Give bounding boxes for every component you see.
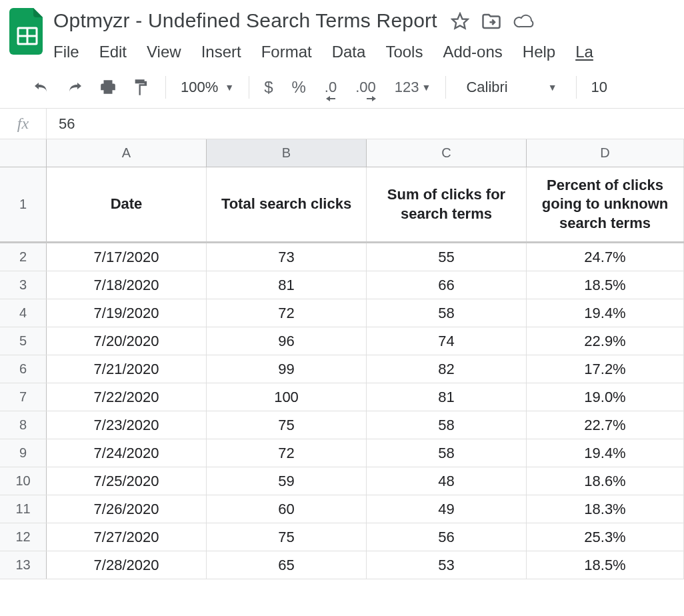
row-header[interactable]: 2	[0, 243, 47, 271]
menu-help[interactable]: Help	[523, 43, 555, 61]
format-percent-button[interactable]: %	[292, 78, 306, 97]
cell[interactable]: 60	[207, 495, 367, 523]
cell[interactable]: 7/21/2020	[47, 355, 207, 383]
cell[interactable]: 7/24/2020	[47, 439, 207, 467]
row-header[interactable]: 12	[0, 523, 47, 551]
increase-decimal-button[interactable]: .00	[355, 79, 376, 96]
cell[interactable]: 17.2%	[527, 355, 684, 383]
col-header-A[interactable]: A	[47, 139, 207, 167]
menu-addons[interactable]: Add-ons	[443, 43, 502, 61]
cell[interactable]: 75	[207, 523, 367, 551]
cell[interactable]: 7/22/2020	[47, 383, 207, 411]
document-title[interactable]: Optmyzr - Undefined Search Terms Report	[48, 5, 443, 33]
star-icon[interactable]	[451, 12, 469, 31]
cell[interactable]: 56	[367, 523, 527, 551]
row-header[interactable]: 9	[0, 439, 47, 467]
cell[interactable]: 75	[207, 411, 367, 439]
font-selector[interactable]: Calibri ▼	[453, 79, 569, 96]
undo-icon[interactable]	[32, 80, 51, 95]
menu-data[interactable]: Data	[332, 43, 366, 61]
cell[interactable]: 81	[367, 383, 527, 411]
row-header[interactable]: 7	[0, 383, 47, 411]
cell[interactable]: 53	[367, 551, 527, 579]
cell[interactable]: 7/23/2020	[47, 411, 207, 439]
cell[interactable]: 7/28/2020	[47, 551, 207, 579]
cell[interactable]: 72	[207, 439, 367, 467]
cell[interactable]: 65	[207, 551, 367, 579]
menu-insert[interactable]: Insert	[201, 43, 241, 61]
cell[interactable]: 19.4%	[527, 439, 684, 467]
cell[interactable]: 22.7%	[527, 411, 684, 439]
cell[interactable]: 22.9%	[527, 327, 684, 355]
row-header[interactable]: 10	[0, 467, 47, 495]
font-size-selector[interactable]: 10	[583, 79, 615, 96]
cell[interactable]: 48	[367, 467, 527, 495]
cloud-saved-icon[interactable]	[513, 13, 535, 29]
row-header[interactable]: 11	[0, 495, 47, 523]
row-header[interactable]: 6	[0, 355, 47, 383]
select-all-corner[interactable]	[0, 139, 47, 167]
cell[interactable]: 18.3%	[527, 495, 684, 523]
menu-file[interactable]: File	[53, 43, 79, 61]
move-folder-icon[interactable]	[481, 13, 501, 30]
menu-tools[interactable]: Tools	[385, 43, 423, 61]
cell[interactable]: 82	[367, 355, 527, 383]
formula-input[interactable]: 56	[47, 115, 75, 133]
col-header-D[interactable]: D	[527, 139, 684, 167]
more-formats-button[interactable]: 123 ▼	[395, 79, 431, 96]
cell[interactable]: 73	[207, 243, 367, 271]
redo-icon[interactable]	[65, 80, 84, 95]
print-icon[interactable]	[99, 79, 117, 96]
cell[interactable]: 58	[367, 299, 527, 327]
cell[interactable]: 7/26/2020	[47, 495, 207, 523]
cell[interactable]: 72	[207, 299, 367, 327]
table-row: 13 7/28/2020 65 53 18.5%	[0, 551, 684, 579]
cell[interactable]: 7/25/2020	[47, 467, 207, 495]
row-header[interactable]: 4	[0, 299, 47, 327]
cell[interactable]: 49	[367, 495, 527, 523]
paint-format-icon[interactable]	[132, 78, 151, 97]
cell[interactable]: 58	[367, 411, 527, 439]
zoom-selector[interactable]: 100% ▼	[173, 79, 242, 96]
row-header[interactable]: 5	[0, 327, 47, 355]
cell[interactable]: 99	[207, 355, 367, 383]
menu-edit[interactable]: Edit	[99, 43, 127, 61]
cell[interactable]: 58	[367, 439, 527, 467]
format-currency-button[interactable]: $	[264, 78, 273, 97]
cell[interactable]: 7/20/2020	[47, 327, 207, 355]
cell[interactable]: 24.7%	[527, 243, 684, 271]
cell[interactable]: 19.0%	[527, 383, 684, 411]
row-header-1[interactable]: 1	[0, 167, 47, 241]
row-header[interactable]: 8	[0, 411, 47, 439]
cell[interactable]: 19.4%	[527, 299, 684, 327]
cell[interactable]: 74	[367, 327, 527, 355]
header-cell-percent-unknown[interactable]: Percent of clicks going to unknown searc…	[527, 167, 684, 241]
menu-view[interactable]: View	[147, 43, 181, 61]
cell[interactable]: 7/27/2020	[47, 523, 207, 551]
decrease-decimal-button[interactable]: .0	[325, 79, 337, 96]
fx-label[interactable]: fx	[0, 109, 47, 139]
header-cell-total-clicks[interactable]: Total search clicks	[207, 167, 367, 241]
cell[interactable]: 59	[207, 467, 367, 495]
row-header[interactable]: 3	[0, 271, 47, 299]
cell[interactable]: 96	[207, 327, 367, 355]
cell[interactable]: 25.3%	[527, 523, 684, 551]
sheets-logo[interactable]	[7, 5, 48, 59]
row-header[interactable]: 13	[0, 551, 47, 579]
cell[interactable]: 7/19/2020	[47, 299, 207, 327]
cell[interactable]: 18.5%	[527, 551, 684, 579]
cell[interactable]: 7/17/2020	[47, 243, 207, 271]
cell[interactable]: 100	[207, 383, 367, 411]
header-cell-date[interactable]: Date	[47, 167, 207, 241]
cell[interactable]: 55	[367, 243, 527, 271]
col-header-C[interactable]: C	[367, 139, 527, 167]
cell[interactable]: 66	[367, 271, 527, 299]
col-header-B[interactable]: B	[207, 139, 367, 167]
menu-last-truncated[interactable]: La	[575, 43, 593, 61]
cell[interactable]: 18.5%	[527, 271, 684, 299]
cell[interactable]: 7/18/2020	[47, 271, 207, 299]
header-cell-sum-clicks[interactable]: Sum of clicks for search terms	[367, 167, 527, 241]
cell[interactable]: 18.6%	[527, 467, 684, 495]
cell[interactable]: 81	[207, 271, 367, 299]
menu-format[interactable]: Format	[261, 43, 312, 61]
